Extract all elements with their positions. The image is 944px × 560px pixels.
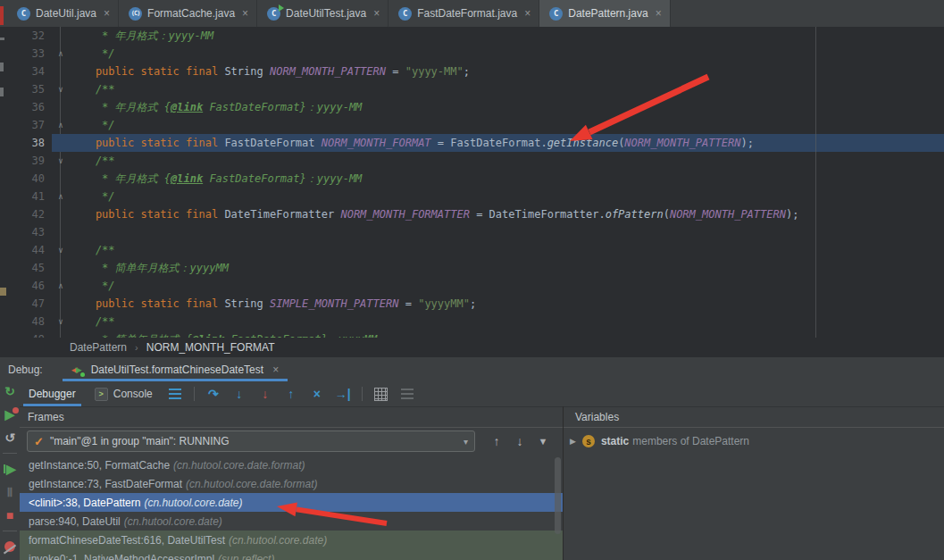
line-number[interactable]: 48 xyxy=(0,313,52,330)
layout-options-icon[interactable] xyxy=(169,389,181,390)
line-number[interactable]: 34 xyxy=(0,63,52,80)
line-number[interactable]: 41 xyxy=(0,188,52,205)
class-icon: C xyxy=(398,7,412,21)
code-text: */ xyxy=(70,116,944,134)
code-line-40: 40 * 年月格式 {@link FastDateFormat}：yyyy-MM xyxy=(0,170,944,188)
fold-marker-icon[interactable]: ∨ xyxy=(52,313,70,330)
thread-selector-dropdown[interactable]: ✓ "main"@1 in group "main": RUNNING ▾ xyxy=(27,430,475,452)
fold-marker-icon[interactable]: ∨ xyxy=(52,152,70,170)
step-over-icon[interactable]: ↷ xyxy=(205,385,222,403)
editor-tab-dateutil-java[interactable]: CDateUtil.java× xyxy=(7,0,119,27)
evaluate-expression-icon[interactable] xyxy=(372,385,390,403)
stack-frame-row[interactable]: <clinit>:38, DatePattern(cn.hutool.core.… xyxy=(20,493,563,512)
layout-settings-icon[interactable] xyxy=(398,385,416,403)
pause-button[interactable]: Ⅱ xyxy=(1,483,19,501)
code-text: * 年月格式 {@link FastDateFormat}：yyyy-MM xyxy=(70,170,944,188)
stack-frame-row[interactable]: getInstance:50, FormatCache(cn.hutool.co… xyxy=(20,456,563,474)
stop-button[interactable]: ■ xyxy=(1,506,19,524)
line-number[interactable]: 45 xyxy=(0,259,52,277)
breadcrumb-class[interactable]: DatePattern xyxy=(70,341,127,354)
line-number[interactable]: 38 xyxy=(0,134,52,152)
close-icon[interactable]: × xyxy=(272,364,279,376)
filter-frames-icon[interactable]: ▼ xyxy=(534,432,552,450)
editor-tab-dateutiltest-java[interactable]: CDateUtilTest.java× xyxy=(257,0,388,27)
layout-options-icon[interactable] xyxy=(166,385,184,403)
fold-marker-icon[interactable]: ∨ xyxy=(52,241,70,259)
close-icon[interactable]: × xyxy=(656,7,662,20)
close-icon[interactable]: × xyxy=(104,7,110,20)
line-number[interactable]: 42 xyxy=(0,205,52,223)
frame-down-icon[interactable]: ↓ xyxy=(511,432,529,450)
line-number[interactable]: 33 xyxy=(0,45,52,63)
code-text: * 年月格式 {@link FastDateFormat}：yyyy-MM xyxy=(70,98,944,116)
code-line-44: 44∨ /** xyxy=(0,241,944,259)
class-icon: C xyxy=(549,7,563,21)
frame-up-icon[interactable]: ↑ xyxy=(488,432,505,450)
fold-marker-icon[interactable]: ∧ xyxy=(52,277,70,295)
line-number[interactable]: 40 xyxy=(0,170,52,188)
fold-marker-icon xyxy=(52,205,70,223)
close-icon[interactable]: × xyxy=(373,7,380,20)
editor-tab-fastdateformat-java[interactable]: CFastDateFormat.java× xyxy=(388,0,539,27)
code-text: /** xyxy=(70,152,944,170)
debug-session-tab[interactable]: ◀▶ DateUtilTest.formatChineseDateTest × xyxy=(63,357,288,381)
line-number[interactable]: 47 xyxy=(0,295,52,313)
line-number[interactable]: 39 xyxy=(0,152,52,170)
static-field-icon: s xyxy=(582,435,595,447)
line-number[interactable]: 49 xyxy=(0,330,52,338)
tab-label: FastDateFormat.java xyxy=(417,7,517,20)
close-icon[interactable]: × xyxy=(524,7,530,20)
editor-tab-datepattern-java[interactable]: CDatePattern.java× xyxy=(539,0,670,27)
line-number[interactable]: 32 xyxy=(0,27,52,45)
line-number[interactable]: 43 xyxy=(0,223,52,241)
code-line-38: 38 public static final FastDateFormat NO… xyxy=(0,134,944,152)
tab-console[interactable]: > Console xyxy=(89,381,158,406)
close-icon[interactable]: × xyxy=(242,7,248,20)
drop-frame-icon[interactable]: × xyxy=(308,385,326,403)
reload-changed-classes-button[interactable]: ↺ xyxy=(1,429,19,447)
run-to-cursor-icon[interactable]: →| xyxy=(334,385,352,403)
frame-location: invoke0:-1, NativeMethodAccessorImpl xyxy=(29,553,214,560)
code-editor[interactable]: 32 * 年月格式：yyyy-MM33∧ */34 public static … xyxy=(0,27,944,338)
stack-frame-row[interactable]: getInstance:73, FastDateFormat(cn.hutool… xyxy=(20,474,563,493)
code-text: * 简单年月格式 {@link FastDateFormat}：yyyyMM xyxy=(70,330,944,338)
tab-label: DateUtil.java xyxy=(36,7,96,20)
stack-frame-row[interactable]: parse:940, DateUtil(cn.hutool.core.date) xyxy=(20,512,563,531)
force-step-into-icon[interactable]: ↓ xyxy=(256,385,274,403)
editor-tab-formatcache-java[interactable]: (C)FormatCache.java× xyxy=(119,0,257,27)
code-line-42: 42 public static final DateTimeFormatter… xyxy=(0,205,944,223)
code-line-35: 35∨ /** xyxy=(0,80,944,98)
stack-frame-row[interactable]: formatChineseDateTest:616, DateUtilTest(… xyxy=(20,531,563,549)
fold-marker-icon[interactable]: ∨ xyxy=(52,80,70,98)
rerun-button[interactable]: ↻ xyxy=(1,382,19,400)
line-number[interactable]: 44 xyxy=(0,241,52,259)
line-number[interactable]: 35 xyxy=(0,80,52,98)
expand-arrow-icon[interactable]: ▶ xyxy=(570,437,576,446)
step-into-icon[interactable]: ↓ xyxy=(230,385,248,403)
line-number[interactable]: 37 xyxy=(0,116,52,134)
tab-console-label: Console xyxy=(113,388,153,400)
line-number[interactable]: 46 xyxy=(0,277,52,295)
tab-debugger[interactable]: Debugger xyxy=(23,381,81,406)
code-line-41: 41∧ */ xyxy=(0,188,944,205)
failed-badge xyxy=(13,407,19,414)
step-out-icon[interactable]: ↑ xyxy=(282,385,300,403)
fold-marker-icon[interactable]: ∧ xyxy=(52,45,70,63)
code-line-34: 34 public static final String NORM_MONTH… xyxy=(0,63,944,80)
frames-scrollbar[interactable] xyxy=(555,457,561,534)
fold-marker-icon xyxy=(52,295,70,313)
rerun-failed-tests-button[interactable]: ▶ xyxy=(1,405,19,423)
debug-session-tab-label: DateUtilTest.formatChineseDateTest xyxy=(91,364,263,376)
thread-row: ✓ "main"@1 in group "main": RUNNING ▾ ↑↓… xyxy=(20,427,563,456)
variables-row[interactable]: ▶sstatic members of DatePattern xyxy=(564,431,944,451)
fold-marker-icon[interactable]: ∧ xyxy=(52,188,70,205)
panel-splitter[interactable] xyxy=(563,406,564,560)
stack-frame-row[interactable]: invoke0:-1, NativeMethodAccessorImpl(sun… xyxy=(20,549,563,560)
class-icon: (C) xyxy=(129,7,142,21)
breadcrumb-member[interactable]: NORM_MONTH_FORMAT xyxy=(146,341,275,354)
mute-breakpoints-button[interactable] xyxy=(1,538,19,556)
layout-settings-icon[interactable] xyxy=(401,389,414,390)
resume-button[interactable]: ▶ xyxy=(1,460,19,478)
line-number[interactable]: 36 xyxy=(0,98,52,116)
fold-marker-icon[interactable]: ∧ xyxy=(52,116,70,134)
